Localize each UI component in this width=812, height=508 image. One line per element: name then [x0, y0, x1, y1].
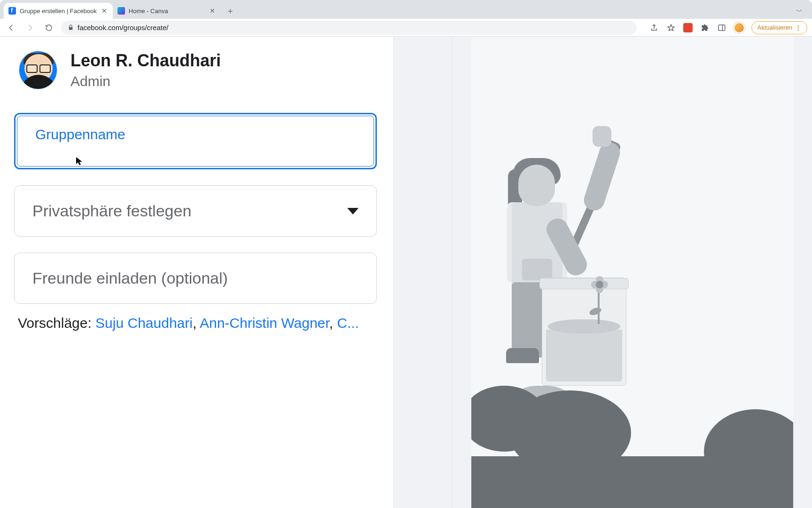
preview-gap — [393, 37, 453, 508]
tab-title: Home - Canva — [129, 8, 205, 15]
new-tab-button[interactable]: ＋ — [224, 4, 237, 17]
close-tab-icon[interactable]: ✕ — [209, 7, 216, 15]
reload-icon — [45, 24, 53, 32]
lock-icon — [68, 24, 74, 31]
admin-row: Leon R. Chaudhari Admin — [19, 51, 393, 89]
create-group-panel: Leon R. Chaudhari Admin Gruppenname Priv… — [0, 37, 393, 508]
url-text: facebook.com/groups/create/ — [78, 24, 168, 32]
suggestion-link[interactable]: Ann-Christin Wagner — [200, 315, 329, 331]
canva-favicon-icon — [117, 7, 125, 15]
back-button[interactable] — [5, 21, 18, 34]
friend-suggestions: Vorschläge: Suju Chaudhari, Ann-Christin… — [18, 315, 393, 331]
user-avatar[interactable] — [19, 51, 57, 89]
user-name: Leon R. Chaudhari — [70, 51, 221, 71]
privacy-select[interactable]: Privatsphäre festlegen — [14, 185, 377, 237]
star-icon — [667, 24, 675, 32]
reload-button[interactable] — [42, 21, 55, 34]
suggestions-label: Vorschläge: — [18, 315, 95, 331]
facebook-favicon-icon — [8, 7, 16, 15]
invite-friends-field[interactable]: Freunde einladen (optional) — [14, 253, 377, 304]
browser-tab-active[interactable]: Gruppe erstellen | Facebook ✕ — [4, 3, 113, 19]
caret-down-icon — [347, 208, 359, 214]
preview-panel — [453, 37, 812, 508]
more-dots-icon: ⋮ — [795, 24, 801, 31]
group-name-label: Gruppenname — [35, 127, 356, 143]
toolbar-right: Aktualisieren ⋮ — [649, 21, 807, 34]
forward-button[interactable] — [23, 21, 37, 34]
bookmark-button[interactable] — [666, 23, 676, 33]
panel-icon — [718, 24, 726, 32]
browser-tab-inactive[interactable]: Home - Canva ✕ — [113, 3, 221, 19]
address-bar[interactable]: facebook.com/groups/create/ — [61, 21, 637, 35]
share-button[interactable] — [649, 23, 659, 33]
suggestion-link[interactable]: Suju Chaudhari — [95, 315, 193, 331]
suggestion-link[interactable]: C... — [337, 315, 359, 331]
update-label: Aktualisieren — [757, 24, 792, 31]
arrow-right-icon — [26, 24, 34, 32]
tab-strip: Gruppe erstellen | Facebook ✕ Home - Can… — [0, 0, 812, 19]
tabs-overflow[interactable]: ﹀ — [796, 7, 803, 16]
profile-avatar[interactable] — [734, 22, 745, 33]
ublock-icon — [683, 23, 693, 32]
user-role: Admin — [70, 73, 221, 89]
share-icon — [650, 24, 658, 32]
ublock-extension[interactable] — [683, 23, 693, 33]
chevron-down-icon: ﹀ — [796, 8, 803, 15]
group-cover-illustration — [471, 37, 793, 508]
arrow-left-icon — [7, 24, 16, 32]
update-button[interactable]: Aktualisieren ⋮ — [751, 21, 807, 34]
close-tab-icon[interactable]: ✕ — [101, 7, 108, 15]
planter-illustration — [542, 278, 626, 386]
group-name-field[interactable]: Gruppenname — [14, 113, 377, 169]
sidepanel-button[interactable] — [717, 23, 727, 33]
tab-title: Gruppe erstellen | Facebook — [20, 8, 97, 15]
puzzle-icon — [701, 24, 709, 32]
page-content: Leon R. Chaudhari Admin Gruppenname Priv… — [0, 37, 812, 508]
toolbar: facebook.com/groups/create/ Aktualisiere… — [0, 19, 812, 37]
extensions-button[interactable] — [700, 23, 710, 33]
privacy-label: Privatsphäre festlegen — [32, 202, 191, 220]
invite-label: Freunde einladen (optional) — [32, 269, 228, 287]
svg-rect-0 — [718, 25, 725, 31]
